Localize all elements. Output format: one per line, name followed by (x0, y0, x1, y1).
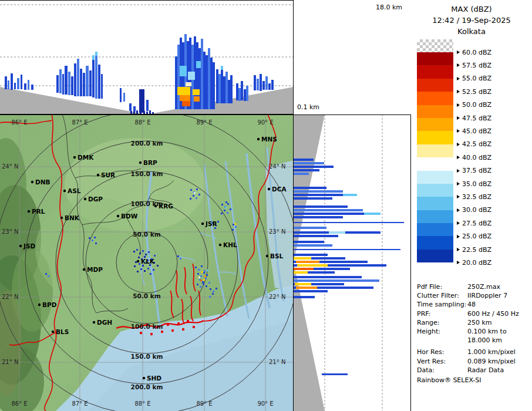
radar-echo-pixel (190, 189, 192, 191)
dbz-scale-label: 22.5 dBZ (462, 246, 491, 254)
echo-bar (265, 76, 268, 90)
city-label: ASL (68, 187, 81, 194)
city-marker (93, 321, 95, 324)
radar-echo-pixel (209, 296, 211, 298)
echo-bar (294, 235, 338, 237)
echo-bar (71, 76, 73, 95)
dbz-scale-row: 45.0 dBZ (457, 127, 491, 135)
product-title: MAX (dBZ) (411, 4, 532, 15)
echo-bar (59, 69, 62, 93)
city-marker (97, 174, 99, 176)
echo-bar (194, 96, 200, 102)
echo-bar (294, 257, 311, 260)
city-label: SUR (101, 171, 115, 178)
city-marker (28, 210, 30, 213)
longitude-label: 89° E (196, 119, 212, 126)
radar-echo-pixel (206, 285, 207, 287)
echo-bar (139, 89, 144, 113)
city-label: KRG (159, 203, 173, 210)
echo-bar (177, 87, 190, 95)
colorbar-cell (417, 236, 453, 249)
range-ring-label: 100.0 km (131, 323, 163, 330)
city-marker (268, 188, 270, 190)
echo-bar (244, 89, 246, 101)
radar-echo-pixel (136, 249, 138, 251)
echo-bar (218, 74, 221, 103)
info-label: Range: (417, 318, 467, 327)
latitude-label: 21° N (2, 359, 18, 365)
radar-echo-pixel (196, 188, 198, 190)
dbz-scale-label: 60.0 dBZ (462, 49, 491, 56)
colorbar-cell (417, 157, 453, 170)
coastal-island-mark (161, 331, 163, 333)
info-value: 0.100 km to 18.000 km (467, 327, 507, 345)
coastal-island-mark (193, 326, 195, 328)
radar-echo-pixel (150, 273, 151, 275)
echo-bar (294, 166, 334, 168)
echo-bar (268, 83, 271, 90)
latitude-label: 24° N (269, 163, 285, 170)
city-label: DCA (272, 186, 287, 193)
colorbar-cell (417, 223, 453, 236)
city-label: KLK (141, 258, 155, 265)
dbz-scale-label: 52.5 dBZ (462, 88, 491, 96)
echo-bar (133, 106, 136, 112)
dbz-colorbar (417, 39, 453, 262)
city-marker (84, 198, 86, 200)
info-row: Data:Radar Data (417, 366, 531, 375)
echo-bar (322, 373, 348, 375)
radar-echo-pixel (225, 207, 227, 208)
dbz-scale-label: 50.0 dBZ (462, 101, 491, 109)
radar-echo-pixel (201, 271, 203, 273)
echo-bar (238, 88, 241, 101)
range-ring-label: 150.0 km (131, 170, 163, 177)
scale-arrow-icon (457, 90, 460, 93)
city-label: KHL (223, 241, 237, 248)
scale-arrow-icon (457, 156, 460, 159)
info-value: 250 km (467, 318, 492, 327)
colorbar-cell (417, 210, 453, 223)
radar-echo-pixel (180, 258, 181, 260)
dbz-scale-label: 27.5 dBZ (462, 220, 491, 227)
radar-echo-pixel (202, 281, 204, 283)
radar-echo-pixel (206, 274, 208, 276)
info-value: 600 Hz / 450 Hz (467, 309, 519, 318)
echo-bar (8, 80, 9, 89)
echo-bar (101, 74, 103, 99)
radar-echo-pixel (225, 201, 227, 203)
echo-bar (92, 55, 95, 97)
city-label: JSD (23, 242, 35, 250)
info-row: PRF:600 Hz / 450 Hz (417, 309, 531, 318)
echo-bar (246, 86, 248, 101)
dbz-scale-label: 37.5 dBZ (462, 167, 491, 174)
longitude-label: 87° E (72, 400, 87, 407)
radar-echo-pixel (45, 273, 47, 275)
dbz-scale-label: 35.0 dBZ (462, 180, 491, 188)
echo-bar (254, 75, 256, 90)
city-marker (139, 161, 142, 164)
radar-echo-pixel (227, 203, 229, 205)
dbz-scale-row: 32.5 dBZ (457, 193, 491, 201)
dbz-scale-label: 30.0 dBZ (462, 206, 491, 214)
echo-bar (14, 83, 16, 89)
colorbar-cell (417, 197, 453, 210)
radar-echo-pixel (134, 265, 136, 267)
software-credit: Rainbow® SELEX-SI (417, 376, 482, 384)
coastal-island-mark (187, 320, 189, 322)
colorbar-cell (417, 79, 453, 92)
coastal-island-mark (171, 329, 174, 332)
radar-echo-pixel (139, 263, 140, 265)
echo-bar (74, 63, 76, 96)
dbz-scale-row: 60.0 dBZ (457, 48, 491, 56)
info-row: Clutter Filter:IIRDoppler 7 (417, 291, 531, 300)
city-marker (60, 217, 63, 219)
longitude-label: 88° E (134, 119, 150, 126)
colorbar-cell (417, 105, 453, 118)
radar-echo-pixel (203, 283, 204, 285)
radar-echo-pixel (190, 198, 191, 200)
scale-arrow-icon (457, 103, 460, 107)
dbz-scale-row: 27.5 dBZ (457, 219, 491, 227)
dbz-scale-row: 52.5 dBZ (457, 87, 491, 96)
radar-echo-pixel (233, 224, 234, 225)
dbz-scale-row: 25.0 dBZ (457, 233, 491, 241)
